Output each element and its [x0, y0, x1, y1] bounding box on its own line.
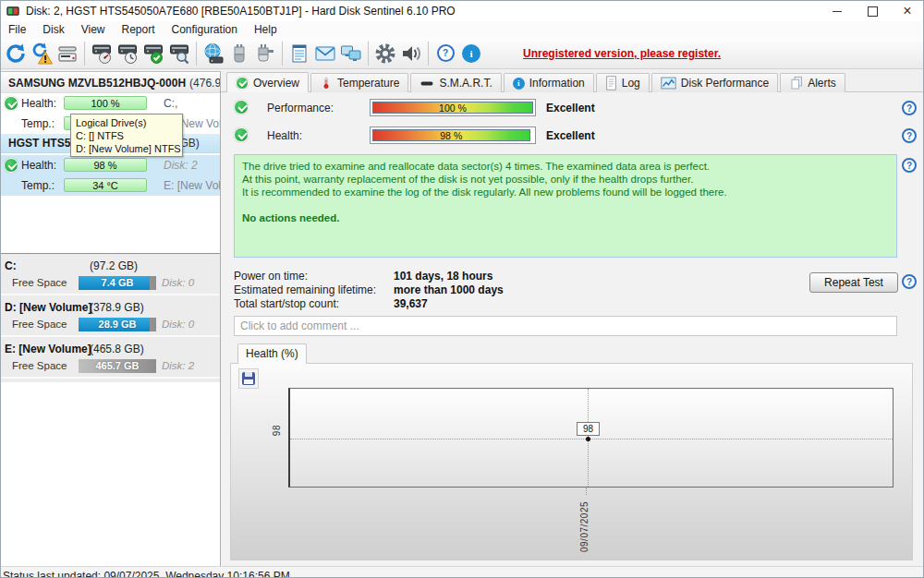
y-axis-tick: 98	[272, 425, 282, 436]
disk-analyze-button[interactable]	[166, 41, 192, 66]
mail-icon	[314, 42, 336, 65]
free-space-value: 7.4 GB	[79, 276, 156, 290]
refresh-warning-button[interactable]	[29, 41, 55, 66]
health-bar: 98 %	[370, 126, 536, 144]
notes-button[interactable]	[286, 41, 312, 66]
health-row: Health: 98 % Excellent	[234, 127, 918, 146]
unregistered-link[interactable]: Unregistered version, please register.	[523, 47, 721, 60]
disk-schedule-button[interactable]	[115, 41, 140, 66]
temp-bar: 34 °C	[64, 178, 147, 192]
info-icon	[462, 44, 480, 63]
help-icon[interactable]	[902, 158, 917, 173]
comment-input[interactable]	[234, 316, 897, 336]
menu-file[interactable]: File	[1, 23, 34, 36]
help-icon[interactable]	[902, 128, 917, 143]
data-point	[586, 437, 590, 441]
performance-bar: 100 %	[370, 99, 536, 116]
gridline-horizontal	[290, 439, 893, 440]
toolbar-separator	[368, 42, 369, 66]
chart-tab-health[interactable]: Health (%)	[237, 343, 307, 364]
gear-icon	[374, 42, 396, 65]
stat-value: 101 days, 18 hours	[394, 270, 492, 283]
report-button[interactable]	[55, 41, 80, 66]
partition-e[interactable]: E: [New Volume](465.8 GB) Free Space 465…	[1, 340, 220, 379]
status-text: Status last updated: 09/07/2025, Wednesd…	[3, 570, 290, 578]
repeat-test-button[interactable]: Repeat Test	[809, 272, 898, 293]
tab-temperature[interactable]: Temperature	[310, 73, 408, 92]
save-chart-button[interactable]	[238, 368, 259, 389]
temp-label: Temp.:	[21, 117, 55, 130]
about-button[interactable]	[458, 41, 484, 66]
report-icon	[56, 42, 79, 65]
tab-label: Alerts	[808, 77, 836, 90]
tooltip-line: D: [New Volume] NTFS	[76, 142, 177, 155]
close-button[interactable]	[890, 1, 924, 21]
power-device-button[interactable]	[252, 41, 278, 66]
tab-information[interactable]: Information	[504, 73, 594, 92]
tooltip-line: Logical Drive(s)	[76, 116, 177, 129]
performance-label: Performance:	[267, 102, 334, 114]
free-space-bar: 7.4 GB	[79, 276, 156, 290]
menu-report[interactable]: Report	[113, 23, 163, 36]
disk-test-button[interactable]	[89, 41, 115, 66]
stat-label: Estimated remaining lifetime:	[234, 283, 376, 296]
tab-disk-performance[interactable]: Disk Performance	[651, 73, 778, 92]
email-report-button[interactable]	[312, 41, 338, 66]
menu-disk[interactable]: Disk	[34, 23, 72, 36]
free-space-label: Free Space	[12, 277, 67, 288]
disk-clock-icon	[116, 42, 139, 65]
partition-d[interactable]: D: [New Volume](378.9 GB) Free Space 28.…	[1, 298, 220, 337]
help-icon[interactable]	[902, 274, 917, 289]
disk-status-button[interactable]	[140, 41, 166, 66]
disk-hgst-temp-row[interactable]: Temp.: 34 °C E: [New Volur	[1, 175, 220, 196]
minimize-button[interactable]	[820, 1, 855, 21]
tab-log[interactable]: Log	[596, 73, 650, 92]
help-icon[interactable]	[902, 101, 917, 115]
volume-label: E: [New Volur	[164, 179, 220, 192]
pages-icon	[789, 76, 803, 90]
toolbar-separator	[196, 42, 197, 66]
disk-samsung-health-row[interactable]: Health: 100 % C:,	[1, 93, 220, 114]
app-icon	[6, 5, 20, 18]
disk-size: (476.9 GB)	[189, 77, 220, 90]
gridline-extension	[586, 488, 587, 495]
power-on-time-row: Power on time:101 days, 18 hours	[234, 270, 308, 283]
performance-row: Performance: 100 % Excellent	[234, 100, 918, 118]
menu-view[interactable]: View	[73, 23, 114, 36]
tab-bar: Overview Temperature S.M.A.R.T. Informat…	[226, 72, 847, 92]
performance-rating: Excellent	[546, 102, 595, 114]
disk-gauge-icon	[91, 42, 113, 65]
no-action-text: No actions needed.	[242, 211, 889, 224]
tab-label: Log	[622, 77, 640, 90]
settings-button[interactable]	[372, 41, 398, 66]
document-icon	[605, 76, 617, 90]
disk-sidebar: SAMSUNG MZVLB512HBJQ-000H(476.9 GB) Heal…	[1, 71, 221, 566]
help-button[interactable]	[432, 41, 458, 66]
maximize-button[interactable]	[855, 1, 890, 21]
health-label: Health:	[21, 97, 56, 110]
app-window: Disk: 2, HGST HTS545050A7E680 [RBE50A150…	[0, 0, 924, 578]
disk-search-icon	[168, 42, 190, 65]
tab-smart[interactable]: S.M.A.R.T.	[410, 73, 501, 92]
partition-size: (97.2 GB)	[90, 259, 138, 272]
tab-alerts[interactable]: Alerts	[780, 73, 845, 92]
health-chart-panel: 98 98 09/07/2025	[230, 363, 913, 560]
check-circle-icon	[236, 77, 249, 90]
refresh-button[interactable]	[3, 41, 29, 66]
message-line: The drive tried to examine and reallocat…	[242, 160, 889, 173]
usb-device-button[interactable]	[226, 41, 252, 66]
remote-monitor-button[interactable]	[338, 41, 364, 66]
menu-help[interactable]: Help	[246, 23, 286, 36]
info-circle-icon	[513, 78, 525, 90]
network-disk-button[interactable]	[201, 41, 226, 66]
menu-configuration[interactable]: Configuration	[164, 23, 246, 36]
partition-c[interactable]: C:(97.2 GB) Free Space 7.4 GB Disk: 0	[1, 257, 220, 295]
logical-drives-tooltip: Logical Drive(s) C: [] NTFS D: [New Volu…	[70, 114, 183, 157]
sounds-button[interactable]	[398, 41, 424, 66]
free-space-bar: 28.9 GB	[79, 318, 156, 331]
partition-size: (465.8 GB)	[90, 343, 144, 355]
tab-overview[interactable]: Overview	[226, 72, 309, 92]
disk-hgst-health-row[interactable]: Health: 98 % Disk: 2	[1, 155, 220, 175]
save-icon	[242, 372, 255, 385]
disk-item-samsung-header[interactable]: SAMSUNG MZVLB512HBJQ-000H(476.9 GB)	[1, 74, 220, 93]
